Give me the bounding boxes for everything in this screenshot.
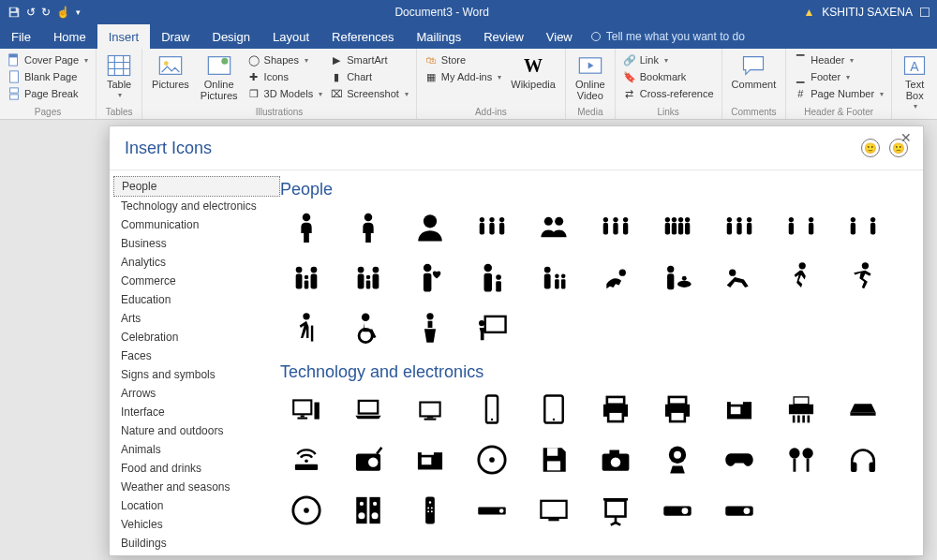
chart-button[interactable]: ▮Chart (328, 69, 410, 84)
elderly-cane-icon[interactable] (280, 306, 333, 349)
fax-small-icon[interactable] (404, 438, 456, 481)
tv-icon[interactable] (528, 489, 580, 532)
my-addins-button[interactable]: ▦My Add-ins (423, 69, 503, 84)
tab-draw[interactable]: Draw (150, 24, 201, 49)
smartart-button[interactable]: ▶SmartArt (328, 52, 410, 67)
feedback-smile-icon[interactable]: 🙂 (861, 139, 880, 157)
category-item[interactable]: Interface (113, 403, 280, 421)
scanner-icon[interactable] (837, 388, 889, 431)
shapes-button[interactable]: ◯Shapes (245, 52, 325, 67)
radio-icon[interactable] (342, 438, 394, 481)
person-icon[interactable] (342, 205, 394, 248)
user-bust-icon[interactable] (404, 205, 456, 248)
redo-icon[interactable]: ↻ (41, 6, 51, 19)
disc-icon[interactable] (280, 489, 333, 532)
cross-reference-button[interactable]: ⇄Cross-reference (621, 86, 716, 101)
category-item[interactable]: Vehicles (113, 515, 280, 534)
baby-crawl-icon[interactable] (589, 256, 642, 299)
tablet-icon[interactable] (528, 388, 580, 431)
category-list[interactable]: PeopleTechnology and electronicsCommunic… (110, 170, 280, 555)
earbuds-icon[interactable] (775, 438, 827, 481)
close-icon[interactable]: ✕ (897, 128, 915, 147)
category-item[interactable]: Analytics (113, 253, 280, 272)
baby-change-icon[interactable] (651, 256, 704, 299)
tab-layout[interactable]: Layout (261, 24, 320, 49)
remote-icon[interactable] (404, 489, 456, 532)
category-item[interactable]: Education (113, 290, 280, 309)
monitor-icon[interactable] (404, 388, 456, 431)
smartphone-icon[interactable] (466, 388, 518, 431)
player-icon[interactable] (466, 489, 518, 532)
group-three-icon[interactable] (589, 205, 642, 248)
gamepad-icon[interactable] (713, 438, 766, 481)
bookmark-button[interactable]: 🔖Bookmark (621, 69, 689, 84)
category-item[interactable]: Food and drinks (113, 459, 280, 478)
footer-button[interactable]: ▁Footer (792, 69, 852, 84)
blank-page-button[interactable]: Blank Page (6, 69, 79, 84)
podium-icon[interactable] (404, 306, 456, 349)
store-button[interactable]: 🛍Store (423, 52, 503, 67)
page-break-button[interactable]: Page Break (6, 86, 80, 101)
webcam-icon[interactable] (651, 438, 704, 481)
person-icon[interactable] (280, 205, 333, 248)
group-three-icon[interactable] (466, 205, 518, 248)
category-item[interactable]: Celebration (113, 328, 280, 346)
category-item[interactable]: Faces (113, 346, 280, 365)
floppy-icon[interactable] (528, 438, 580, 481)
two-users-icon[interactable] (528, 205, 580, 248)
undo-icon[interactable]: ↺ (26, 6, 36, 19)
table-button[interactable]: Table (102, 52, 136, 102)
header-button[interactable]: ▔Header (792, 52, 855, 67)
category-item[interactable]: People (113, 176, 280, 197)
printer-icon[interactable] (589, 388, 642, 431)
category-item[interactable]: Technology and electronics (113, 197, 280, 215)
link-button[interactable]: 🔗Link (621, 52, 670, 67)
group-four-icon[interactable] (651, 205, 704, 248)
family-icon[interactable] (280, 256, 333, 299)
shredder-icon[interactable] (775, 388, 827, 431)
person-heart-icon[interactable] (404, 256, 456, 299)
projector-icon[interactable] (651, 489, 704, 532)
cover-page-button[interactable]: Cover Page (6, 52, 90, 67)
tab-view[interactable]: View (535, 24, 584, 49)
category-item[interactable]: Location (113, 496, 280, 515)
pictures-button[interactable]: Pictures (148, 52, 193, 92)
family-icon[interactable] (342, 256, 394, 299)
headphones-icon[interactable] (837, 438, 889, 481)
teaching-icon[interactable] (466, 306, 518, 349)
online-video-button[interactable]: Online Video (572, 52, 609, 103)
3d-models-button[interactable]: ❒3D Models (245, 86, 325, 101)
couple-icon[interactable] (837, 205, 889, 248)
icon-gallery[interactable]: PeopleTechnology and electronics (280, 170, 923, 555)
parent-child-icon[interactable] (466, 256, 518, 299)
tab-home[interactable]: Home (42, 24, 97, 49)
category-item[interactable]: Weather and seasons (113, 478, 280, 496)
icons-button[interactable]: ✚Icons (245, 69, 325, 84)
save-icon[interactable] (7, 6, 21, 19)
tab-file[interactable]: File (0, 24, 42, 49)
category-item[interactable]: Communication (113, 215, 280, 234)
tab-insert[interactable]: Insert (97, 24, 151, 49)
category-item[interactable]: Arts (113, 309, 280, 328)
running-icon[interactable] (837, 256, 889, 299)
fax-icon[interactable] (713, 388, 766, 431)
page-number-button[interactable]: #Page Number (792, 86, 885, 101)
tab-references[interactable]: References (320, 24, 405, 49)
category-item[interactable]: Commerce (113, 272, 280, 290)
tab-review[interactable]: Review (472, 24, 535, 49)
tell-me-search[interactable]: Tell me what you want to do (584, 24, 937, 49)
printer-icon[interactable] (651, 388, 704, 431)
category-item[interactable]: Animals (113, 440, 280, 459)
group-three-icon[interactable] (713, 205, 766, 248)
walking-icon[interactable] (775, 256, 827, 299)
projector-icon[interactable] (713, 489, 766, 532)
speakers-icon[interactable] (342, 489, 394, 532)
desktop-icon[interactable] (280, 388, 333, 431)
category-item[interactable]: Buildings (113, 534, 280, 553)
restore-icon[interactable] (920, 7, 930, 17)
touch-mode-icon[interactable]: ☝ (56, 6, 70, 19)
person-crawl-icon[interactable] (713, 256, 766, 299)
category-item[interactable]: Business (113, 234, 280, 253)
text-box-button[interactable]: AText Box (898, 52, 931, 113)
laptop-icon[interactable] (342, 388, 394, 431)
